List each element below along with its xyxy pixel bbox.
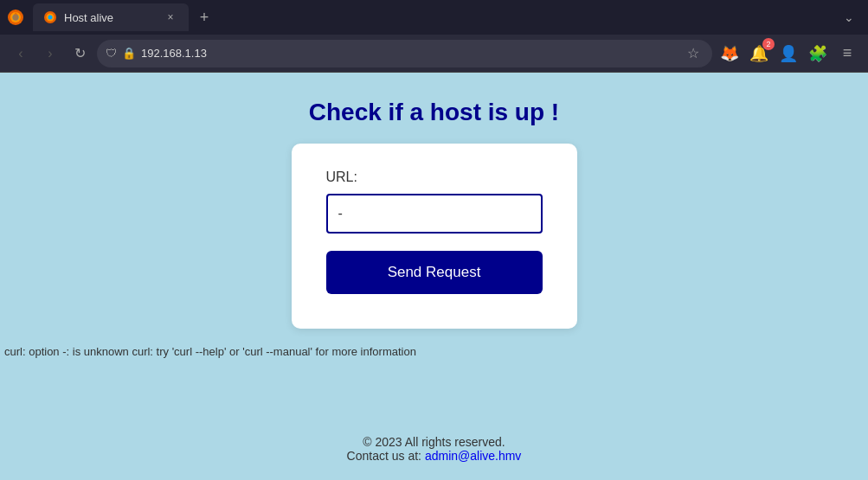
notification-badge: 2 <box>762 38 775 50</box>
browser-actions: 🦊 🔔 2 👤 🧩 ≡ <box>717 42 859 66</box>
reload-button[interactable]: ↻ <box>68 42 92 66</box>
page-content: Check if a host is up ! URL: Send Reques… <box>0 73 868 480</box>
url-label: URL: <box>326 170 543 185</box>
navigation-bar: ‹ › ↻ 🛡 🔒 ☆ 🦊 🔔 2 👤 <box>0 35 868 73</box>
svg-point-5 <box>48 16 53 20</box>
copyright-text: © 2023 All rights reserved. <box>347 435 522 449</box>
form-card: URL: Send Request <box>292 144 577 329</box>
address-bar-container[interactable]: 🛡 🔒 ☆ <box>97 40 712 67</box>
profile-icon[interactable]: 👤 <box>776 42 800 66</box>
contact-prefix: Contact us at: <box>347 449 425 463</box>
bookmark-star-button[interactable]: ☆ <box>683 43 704 64</box>
send-request-button[interactable]: Send Request <box>326 251 543 294</box>
extensions-icon[interactable]: 🧩 <box>806 42 830 66</box>
back-button[interactable]: ‹ <box>9 42 33 66</box>
active-tab[interactable]: Host alive × <box>33 3 189 31</box>
address-bar-input[interactable] <box>141 47 678 60</box>
lock-icon: 🔒 <box>122 47 136 60</box>
error-message: curl: option -: is unknown curl: try 'cu… <box>4 345 416 358</box>
new-tab-button[interactable]: + <box>192 5 216 29</box>
url-input[interactable] <box>326 194 543 234</box>
hamburger-menu-button[interactable]: ≡ <box>835 42 859 66</box>
firefox-icon <box>7 9 24 26</box>
security-icon: 🛡 <box>106 47 117 60</box>
forward-button[interactable]: › <box>38 42 62 66</box>
tab-bar: Host alive × + ⌄ <box>0 0 868 35</box>
tab-favicon <box>43 10 57 24</box>
tab-close-button[interactable]: × <box>163 10 178 25</box>
page-title: Check if a host is up ! <box>309 99 559 126</box>
tab-list-dropdown[interactable]: ⌄ <box>837 5 861 29</box>
contact-line: Contact us at: admin@alive.hmv <box>347 449 522 463</box>
browser-window: Host alive × + ⌄ ‹ › ↻ 🛡 🔒 ☆ <box>0 0 868 480</box>
page-footer: © 2023 All rights reserved. Contact us a… <box>347 435 522 463</box>
contact-email-link[interactable]: admin@alive.hmv <box>425 449 521 463</box>
tab-title: Host alive <box>64 11 156 24</box>
notification-icon[interactable]: 🔔 2 <box>747 42 771 66</box>
firefox-account-icon[interactable]: 🦊 <box>717 42 742 66</box>
